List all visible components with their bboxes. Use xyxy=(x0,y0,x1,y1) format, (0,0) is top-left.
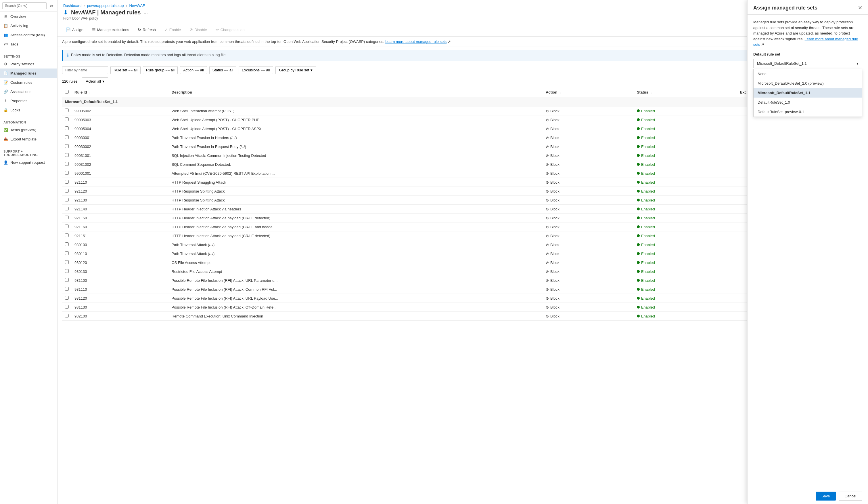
assign-button[interactable]: 📄 Assign xyxy=(62,25,87,34)
sidebar-item-policy-settings[interactable]: ⚙ Policy settings xyxy=(0,59,57,69)
row-checkbox[interactable] xyxy=(65,189,69,193)
row-checkbox-cell[interactable] xyxy=(62,214,72,222)
row-checkbox[interactable] xyxy=(65,171,69,175)
row-checkbox-cell[interactable] xyxy=(62,133,72,142)
row-checkbox-cell[interactable] xyxy=(62,303,72,312)
row-checkbox[interactable] xyxy=(65,260,69,264)
sidebar-item-export-template[interactable]: 📤 Export template xyxy=(0,134,57,144)
row-checkbox[interactable] xyxy=(65,296,69,300)
rule-set-dropdown[interactable]: Microsoft_DefaultRuleSet_1.1 ▾ xyxy=(753,59,862,68)
row-checkbox-cell[interactable] xyxy=(62,312,72,321)
row-checkbox[interactable] xyxy=(65,206,69,210)
group-by-button[interactable]: Group by Rule set ▾ xyxy=(276,66,317,74)
action-all-button[interactable]: Action all ▾ xyxy=(82,78,108,85)
sidebar-item-access-control[interactable]: 👥 Access control (IAM) xyxy=(0,30,57,39)
sidebar-item-new-support-request[interactable]: 👤 New support request xyxy=(0,158,57,167)
status-dot xyxy=(637,270,640,273)
row-checkbox-cell[interactable] xyxy=(62,187,72,196)
filter-rule-group[interactable]: Rule group == all xyxy=(143,66,178,74)
panel-close-button[interactable]: ✕ xyxy=(858,4,862,11)
row-checkbox-cell[interactable] xyxy=(62,276,72,285)
row-checkbox-cell[interactable] xyxy=(62,222,72,231)
row-checkbox-cell[interactable] xyxy=(62,240,72,249)
row-checkbox[interactable] xyxy=(65,127,69,130)
row-checkbox[interactable] xyxy=(65,118,69,121)
row-checkbox-cell[interactable] xyxy=(62,151,72,160)
breadcrumb-dashboard[interactable]: Dashboard xyxy=(63,3,82,8)
sidebar-item-tasks[interactable]: ✅ Tasks (preview) xyxy=(0,125,57,134)
row-checkbox[interactable] xyxy=(65,314,69,317)
status-header[interactable]: Status ↕ xyxy=(634,88,737,97)
filter-action[interactable]: Action == all xyxy=(180,66,207,74)
block-icon: ⊘ xyxy=(546,127,549,131)
row-checkbox-cell[interactable] xyxy=(62,124,72,133)
save-button[interactable]: Save xyxy=(816,492,836,501)
description-header[interactable]: Description ↕ xyxy=(169,88,543,97)
dropdown-option[interactable]: Microsoft_DefaultRuleSet_1.1 xyxy=(754,88,862,98)
enable-button[interactable]: ✓ Enable xyxy=(161,25,185,34)
row-checkbox[interactable] xyxy=(65,162,69,166)
search-input[interactable] xyxy=(2,2,46,9)
row-checkbox-cell[interactable] xyxy=(62,178,72,187)
row-checkbox-cell[interactable] xyxy=(62,142,72,151)
filter-status[interactable]: Status == all xyxy=(209,66,236,74)
collapse-sidebar-button[interactable]: ≫ xyxy=(48,3,55,9)
row-checkbox-cell[interactable] xyxy=(62,196,72,205)
breadcrumb-powerapps[interactable]: powerappsportalsetup xyxy=(87,3,124,8)
row-checkbox-cell[interactable] xyxy=(62,115,72,124)
row-checkbox[interactable] xyxy=(65,144,69,148)
row-checkbox-cell[interactable] xyxy=(62,205,72,214)
change-action-button[interactable]: ✏ Change action xyxy=(212,25,248,34)
sidebar-item-tags[interactable]: 🏷 Tags xyxy=(0,39,57,49)
row-checkbox-cell[interactable] xyxy=(62,107,72,115)
row-checkbox[interactable] xyxy=(65,269,69,273)
row-checkbox[interactable] xyxy=(65,242,69,246)
filter-exclusions[interactable]: Exclusions == all xyxy=(239,66,273,74)
sidebar-item-activity-log[interactable]: 📋 Activity log xyxy=(0,21,57,30)
row-checkbox[interactable] xyxy=(65,305,69,309)
row-checkbox[interactable] xyxy=(65,287,69,291)
properties-icon: ℹ xyxy=(3,99,8,103)
dropdown-option[interactable]: Microsoft_DefaultRuleSet_2.0 (preview) xyxy=(754,79,862,88)
row-checkbox[interactable] xyxy=(65,215,69,219)
sidebar-item-properties[interactable]: ℹ Properties xyxy=(0,96,57,105)
sidebar-item-managed-rules[interactable]: 📄 Managed rules xyxy=(0,69,57,78)
dropdown-option[interactable]: DefaultRuleSet_1.0 xyxy=(754,98,862,107)
row-checkbox[interactable] xyxy=(65,135,69,139)
sidebar-item-custom-rules[interactable]: 📝 Custom rules xyxy=(0,78,57,87)
select-all-header[interactable] xyxy=(62,88,72,97)
row-checkbox-cell[interactable] xyxy=(62,294,72,303)
row-checkbox-cell[interactable] xyxy=(62,258,72,267)
info-link[interactable]: Learn more about managed rule sets xyxy=(385,39,446,44)
refresh-button[interactable]: ↻ Refresh xyxy=(134,25,159,34)
rule-id-header[interactable]: Rule Id ↕ xyxy=(72,88,169,97)
row-checkbox-cell[interactable] xyxy=(62,169,72,178)
row-checkbox-cell[interactable] xyxy=(62,285,72,294)
more-options-icon[interactable]: ... xyxy=(144,10,148,16)
row-checkbox-cell[interactable] xyxy=(62,231,72,240)
sidebar-item-associations[interactable]: 🔗 Associations xyxy=(0,87,57,96)
row-checkbox[interactable] xyxy=(65,109,69,112)
filter-by-name-input[interactable] xyxy=(62,67,108,74)
row-checkbox[interactable] xyxy=(65,224,69,228)
disable-button[interactable]: ⊘ Disable xyxy=(186,25,210,34)
row-checkbox[interactable] xyxy=(65,233,69,237)
row-checkbox-cell[interactable] xyxy=(62,160,72,169)
row-checkbox[interactable] xyxy=(65,251,69,255)
dropdown-option[interactable]: None xyxy=(754,69,862,79)
select-all-checkbox[interactable] xyxy=(65,90,69,93)
row-checkbox[interactable] xyxy=(65,180,69,184)
row-checkbox[interactable] xyxy=(65,198,69,201)
manage-exclusions-button[interactable]: ☰ Manage exclusions xyxy=(88,25,133,34)
sidebar-item-locks[interactable]: 🔒 Locks xyxy=(0,105,57,114)
dropdown-option[interactable]: DefaultRuleSet_preview-0.1 xyxy=(754,107,862,117)
sidebar-item-overview[interactable]: ⊞ Overview xyxy=(0,12,57,21)
breadcrumb-newwaf[interactable]: NewWAF xyxy=(130,3,145,8)
row-checkbox[interactable] xyxy=(65,278,69,282)
row-checkbox[interactable] xyxy=(65,153,69,157)
action-header[interactable]: Action ↕ xyxy=(543,88,634,97)
cancel-button[interactable]: Cancel xyxy=(839,492,862,501)
row-checkbox-cell[interactable] xyxy=(62,249,72,258)
row-checkbox-cell[interactable] xyxy=(62,267,72,276)
filter-rule-set[interactable]: Rule set == all xyxy=(111,66,141,74)
